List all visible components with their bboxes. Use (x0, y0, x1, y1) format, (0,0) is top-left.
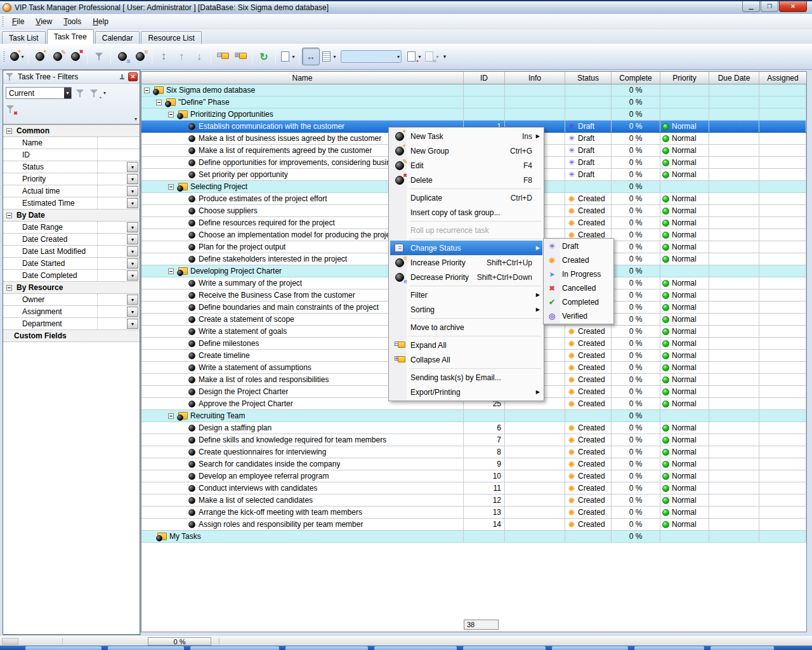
edit-menu-item[interactable]: Edit F4 (390, 158, 542, 173)
date-last-modified-filter-row[interactable]: Date Last Modified (3, 246, 140, 258)
apply-filter-button[interactable] (75, 88, 86, 98)
expand-box-icon[interactable] (156, 100, 162, 105)
task-row[interactable]: Search for candidates inside the company… (141, 458, 806, 470)
file-menu[interactable]: File (6, 15, 30, 29)
collapse-all-button[interactable]: ▾ (232, 48, 249, 65)
complete-column-header[interactable]: Complete (612, 72, 660, 84)
task-tree-tab[interactable]: Task Tree (47, 29, 94, 44)
maximize-button[interactable] (761, 1, 778, 12)
estimated-time-filter-row[interactable]: Estimated Time (3, 197, 140, 209)
filter-preset-combobox[interactable]: Current ▼ (6, 87, 72, 99)
edit-task-button[interactable]: ▾ (49, 48, 67, 65)
increase-priority-button[interactable]: ▾ (131, 48, 149, 65)
filter-dropdown-button[interactable] (127, 295, 138, 305)
collapse-section-icon[interactable] (6, 213, 12, 218)
filter-button[interactable]: ▾ (90, 48, 108, 65)
resource-list-tab[interactable]: Resource List (141, 31, 201, 44)
task-row[interactable]: Make a list of selected candidates 12 Cr… (141, 494, 806, 507)
toolbar-separator-button[interactable]: ▾ (275, 48, 276, 65)
view-menu[interactable]: View (30, 15, 58, 29)
combo-dropdown-icon[interactable]: ▼ (64, 88, 71, 98)
cancelled-status-item[interactable]: Cancelled (544, 281, 613, 295)
filter-menu-item[interactable]: Filter (390, 288, 542, 302)
assignment-filter-row[interactable]: Assignment (3, 306, 140, 318)
increase-priority-menu-item[interactable]: Increase Priority Shift+Ctrl+Up (390, 255, 542, 270)
move-task-button[interactable]: ▾ (155, 48, 173, 65)
new-task-menu-item[interactable]: New Task Ins (390, 129, 542, 143)
toolbar-separator-button[interactable]: ▾ (211, 48, 211, 65)
toggle-panels-button[interactable]: ▾ (302, 48, 320, 65)
insert-copy-of-task-group-menu-item[interactable]: Insert copy of task group... (390, 205, 542, 220)
filter-dropdown-button[interactable] (127, 186, 138, 196)
verified-status-item[interactable]: Verified (544, 309, 613, 323)
task-row[interactable]: Develop an employee referral program 10 … (141, 470, 806, 482)
toolbar-separator-button[interactable]: ▾ (252, 48, 252, 65)
toolbar-separator-button[interactable]: ▾ (28, 48, 29, 65)
toolbar-overflow-button[interactable]: ▾ (440, 48, 449, 65)
delete-layout-button[interactable]: ▾ (422, 48, 440, 65)
clear-filter-button[interactable]: ✖ (6, 104, 16, 114)
toolbar-separator-button[interactable]: ▾ (87, 48, 88, 65)
created-status-item[interactable]: Created (544, 253, 613, 267)
dropdown-arrow-icon[interactable]: ▾ (397, 54, 400, 60)
filter-dropdown-button[interactable] (127, 222, 138, 232)
dropdown-arrow-icon[interactable]: ▾ (418, 54, 421, 60)
task-list-tab[interactable]: Task List (2, 31, 46, 44)
task-row[interactable]: Assign roles and responsibility per team… (141, 519, 806, 531)
dropdown-arrow-icon[interactable]: ▾ (333, 54, 336, 60)
close-button[interactable] (779, 1, 807, 12)
tools-menu[interactable]: Tools (58, 15, 87, 29)
info-column-header[interactable]: Info (505, 72, 565, 84)
actual-time-filter-row[interactable]: Actual time (3, 185, 140, 197)
name-filter-row[interactable]: Name (3, 137, 140, 149)
sorting-menu-item[interactable]: Sorting (390, 302, 542, 317)
group-row[interactable]: "Define" Phase 0 % (141, 96, 806, 109)
completed-status-item[interactable]: Completed (544, 295, 613, 309)
status-column-header[interactable]: Status (565, 72, 612, 84)
task-row[interactable]: Create questionnaires for interviewing 8… (141, 446, 806, 458)
dropdown-arrow-icon[interactable]: ▾ (292, 54, 294, 60)
by-resource-filter-row[interactable]: By Resource (3, 282, 140, 294)
delete-menu-item[interactable]: Delete F8 (390, 173, 542, 187)
group-row[interactable]: Recruiting Team 0 % (141, 410, 806, 422)
collapse-all-menu-item[interactable]: Collapse All (390, 352, 542, 367)
pin-icon[interactable] (119, 74, 125, 81)
filter-dropdown-button[interactable] (127, 319, 138, 329)
toolbar-separator-button[interactable]: ▾ (110, 48, 111, 65)
layout-combo-button[interactable]: ▾ (341, 50, 402, 63)
id-column-header[interactable]: ID (464, 72, 505, 84)
decrease-priority-menu-item[interactable]: Decrease Priority Shift+Ctrl+Down (390, 270, 542, 284)
group-row[interactable]: My Tasks 0 % (141, 531, 806, 543)
filter-dropdown-button[interactable] (127, 162, 138, 172)
sending-task-s-by-email-menu-item[interactable]: Sending task(s) by Email... (390, 370, 542, 385)
department-filter-row[interactable]: Department (3, 318, 140, 330)
expand-all-menu-item[interactable]: Expand All (390, 338, 542, 352)
task-row[interactable]: Arrange the kick-off meeting with team m… (141, 507, 806, 519)
new-task-button[interactable]: ▾ (8, 48, 25, 65)
save-layout-button[interactable]: ▾ (405, 48, 422, 65)
delete-task-button[interactable]: ▾ (67, 48, 84, 65)
decrease-priority-button[interactable]: ▾ (114, 48, 131, 65)
move-down-button[interactable]: ▾ (190, 48, 208, 65)
help-menu[interactable]: Help (87, 15, 114, 29)
filter-dropdown-button[interactable] (127, 234, 138, 244)
draft-status-item[interactable]: Draft (544, 239, 613, 253)
change-status-menu-item[interactable]: Change Status (390, 241, 542, 255)
common-filter-row[interactable]: Common (3, 125, 140, 137)
collapse-section-icon[interactable] (6, 285, 12, 291)
minimize-button[interactable] (742, 1, 760, 12)
dropdown-arrow-icon[interactable]: ▾ (21, 54, 23, 60)
task-row[interactable]: Conduct interviews with candidates 11 Cr… (141, 482, 806, 494)
date-range-filter-row[interactable]: Date Range (3, 222, 140, 234)
filter-dropdown-button[interactable] (127, 307, 138, 317)
in-progress-status-item[interactable]: In Progress (544, 267, 613, 281)
export-button[interactable]: ▾ (278, 48, 296, 65)
status-filter-row[interactable]: Status (3, 161, 140, 173)
collapse-section-icon[interactable] (6, 128, 12, 134)
filters-options-icon[interactable]: ▾ (134, 116, 137, 122)
calendar-tab[interactable]: Calendar (95, 31, 140, 44)
priority-filter-row[interactable]: Priority (3, 173, 140, 185)
expand-box-icon[interactable] (168, 413, 174, 419)
task-row[interactable]: Design a staffing plan 6 Created 0 % Nor… (141, 422, 806, 434)
export-printing-menu-item[interactable]: Export/Printing (390, 385, 542, 399)
